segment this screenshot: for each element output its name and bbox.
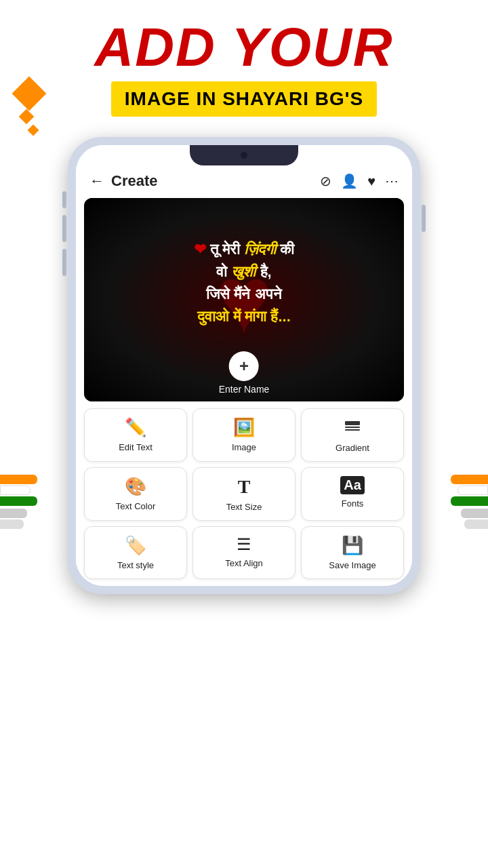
text-align-label: Text Align xyxy=(225,558,263,568)
shayari-highlight-1: ज़िंदगी xyxy=(244,241,276,258)
block-icon[interactable]: ⊘ xyxy=(320,173,331,189)
fonts-button[interactable]: Aa Fonts xyxy=(301,467,404,521)
power-button xyxy=(422,205,426,232)
gradient-icon xyxy=(344,417,361,439)
svg-rect-3 xyxy=(348,421,352,425)
phone-screen: ← Create ⊘ 👤 ♥ ⋯ ♥ xyxy=(76,145,412,586)
topbar-icons: ⊘ 👤 ♥ ⋯ xyxy=(320,173,399,189)
text-style-icon: 🏷️ xyxy=(125,535,146,556)
subtitle-text: IMAGE IN SHAYARI BG'S xyxy=(125,88,363,109)
shayari-line-2: वो खुशी है, xyxy=(216,260,271,283)
volume-down-button xyxy=(62,249,66,276)
gradient-label: Gradient xyxy=(336,443,369,453)
text-align-button[interactable]: ☰ Text Align xyxy=(192,526,296,579)
edit-text-label: Edit Text xyxy=(119,442,152,452)
enter-name-label: Enter Name xyxy=(219,384,270,395)
image-icon: 🖼️ xyxy=(233,417,255,438)
svg-rect-2 xyxy=(345,429,360,431)
edit-text-icon: ✏️ xyxy=(125,417,146,438)
subtitle-banner: IMAGE IN SHAYARI BG'S xyxy=(111,81,377,117)
canvas-area[interactable]: ♥ ❤ तू मेरी ज़िंदगी की वो खुशी है, जिसे … xyxy=(84,198,404,401)
top-header: ADD YOUR IMAGE IN SHAYARI BG'S xyxy=(0,0,488,130)
volume-up-button xyxy=(62,215,66,242)
shayari-line-1: ❤ तू मेरी ज़िंदगी की xyxy=(194,238,294,260)
edit-text-button[interactable]: ✏️ Edit Text xyxy=(84,408,187,462)
image-button[interactable]: 🖼️ Image xyxy=(192,408,296,462)
shayari-line-4: दुवाओ में मांगा हैं... xyxy=(197,305,291,328)
main-title: ADD YOUR xyxy=(27,20,461,75)
app-screen: ← Create ⊘ 👤 ♥ ⋯ ♥ xyxy=(76,145,412,586)
image-label: Image xyxy=(232,442,256,452)
share-icon[interactable]: ⋯ xyxy=(385,173,399,189)
back-button[interactable]: ← xyxy=(89,172,104,190)
text-align-icon: ☰ xyxy=(237,535,251,554)
screen-title: Create xyxy=(111,172,157,190)
save-image-icon: 💾 xyxy=(342,535,363,556)
person-icon[interactable]: 👤 xyxy=(341,173,358,189)
text-style-button[interactable]: 🏷️ Text style xyxy=(84,526,187,579)
text-color-icon: 🎨 xyxy=(125,476,146,497)
text-size-icon: T xyxy=(238,476,251,498)
save-image-label: Save Image xyxy=(329,560,375,570)
topbar-left: ← Create xyxy=(89,172,157,190)
text-color-button[interactable]: 🎨 Text Color xyxy=(84,467,187,521)
save-image-button[interactable]: 💾 Save Image xyxy=(301,526,404,579)
text-size-button[interactable]: T Text Size xyxy=(192,467,296,521)
add-name-button[interactable]: + xyxy=(229,351,259,381)
shayari-line-3: जिसे मैंने अपने xyxy=(206,283,281,305)
phone-outer: ← Create ⊘ 👤 ♥ ⋯ ♥ xyxy=(68,137,420,594)
gradient-button[interactable]: Gradient xyxy=(301,408,404,462)
phone-mockup: ← Create ⊘ 👤 ♥ ⋯ ♥ xyxy=(0,137,488,594)
svg-rect-1 xyxy=(345,427,360,428)
mute-button xyxy=(62,191,66,208)
text-size-label: Text Size xyxy=(226,502,262,512)
text-color-label: Text Color xyxy=(116,501,156,511)
plus-icon: + xyxy=(239,357,249,376)
svg-rect-0 xyxy=(345,421,360,425)
heart-icon[interactable]: ♥ xyxy=(367,174,375,189)
camera-dot xyxy=(241,152,247,159)
text-style-label: Text style xyxy=(117,560,154,570)
fonts-icon: Aa xyxy=(340,476,365,494)
toolbar-grid: ✏️ Edit Text 🖼️ Image xyxy=(76,401,412,586)
diamond-decoration xyxy=(17,81,41,134)
phone-notch xyxy=(190,145,298,165)
fonts-label: Fonts xyxy=(342,498,364,509)
shayari-highlight-2: खुशी xyxy=(231,263,256,280)
enter-name-section[interactable]: + Enter Name xyxy=(219,351,270,395)
heart-inline-icon: ❤ xyxy=(194,241,206,258)
